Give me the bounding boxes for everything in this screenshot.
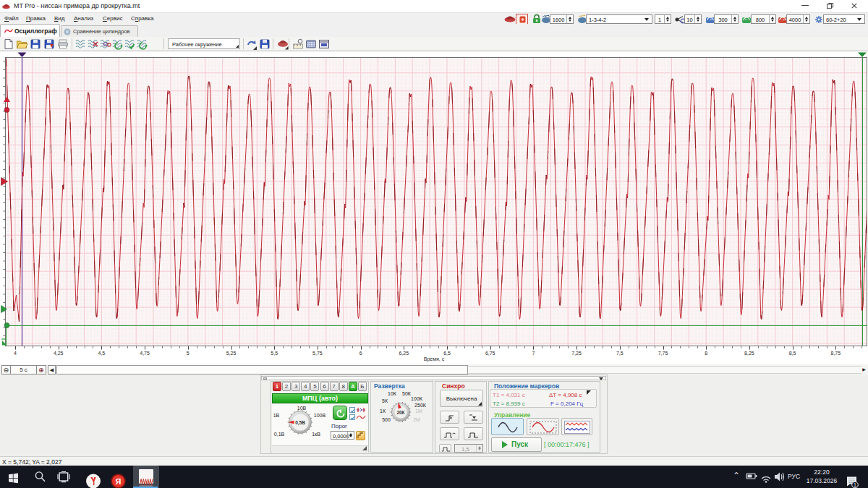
svg-text:7,5: 7,5 xyxy=(616,351,624,356)
svg-text:100В: 100В xyxy=(314,413,326,418)
svg-text:1: 1 xyxy=(854,482,856,487)
svg-text:10К: 10К xyxy=(388,391,397,396)
svg-text:7: 7 xyxy=(532,351,535,356)
svg-text:1К: 1К xyxy=(380,408,386,414)
svg-text:250К: 250К xyxy=(414,403,427,408)
svg-text:1В: 1В xyxy=(273,413,280,418)
svg-text:5К: 5К xyxy=(382,398,388,403)
svg-text:5,25: 5,25 xyxy=(226,351,237,356)
svg-text:7,75: 7,75 xyxy=(658,351,668,356)
svg-text:8,25: 8,25 xyxy=(744,351,754,356)
svg-text:50К: 50К xyxy=(402,391,412,396)
svg-text:8,5: 8,5 xyxy=(789,351,796,356)
svg-text:6: 6 xyxy=(359,351,362,356)
svg-text:4,75: 4,75 xyxy=(140,351,150,356)
svg-text:4,5: 4,5 xyxy=(98,351,106,356)
svg-text:100К: 100К xyxy=(411,396,423,401)
svg-text:10В: 10В xyxy=(297,406,307,411)
svg-text:4: 4 xyxy=(14,351,17,356)
svg-text:Я: Я xyxy=(116,477,122,486)
svg-text:20К: 20К xyxy=(396,410,404,415)
svg-text:6,75: 6,75 xyxy=(485,351,495,356)
svg-text:8,75: 8,75 xyxy=(830,351,841,356)
svg-text:6,25: 6,25 xyxy=(399,351,409,356)
svg-text:5,75: 5,75 xyxy=(312,351,323,356)
svg-text:1кВ: 1кВ xyxy=(312,432,320,437)
svg-text:5: 5 xyxy=(187,351,190,356)
svg-text:6,5: 6,5 xyxy=(443,351,451,356)
svg-text:5,5: 5,5 xyxy=(271,351,278,356)
svg-text:8: 8 xyxy=(705,351,707,356)
svg-text:1М: 1М xyxy=(415,408,422,414)
svg-text:500: 500 xyxy=(382,417,391,422)
svg-text:Время, с: Время, с xyxy=(424,356,445,362)
svg-text:2М: 2М xyxy=(413,417,420,422)
svg-text:7,25: 7,25 xyxy=(571,351,582,356)
svg-text:0,5В: 0,5В xyxy=(295,420,305,426)
svg-text:0,1В: 0,1В xyxy=(274,432,285,437)
svg-text:4,25: 4,25 xyxy=(54,351,64,356)
